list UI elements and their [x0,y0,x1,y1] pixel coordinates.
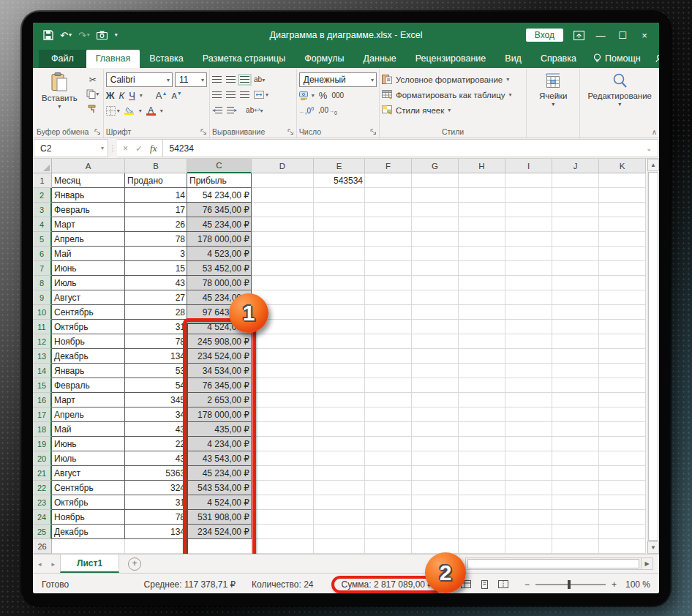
cell[interactable]: Июль [52,451,125,466]
column-header-G[interactable]: G [412,159,459,173]
row-header[interactable]: 25 [33,525,52,539]
cell[interactable] [459,495,505,510]
cell[interactable] [365,407,412,422]
cell[interactable] [412,510,459,525]
cell[interactable]: 435,00 ₽ [187,422,252,437]
cell[interactable]: 54 [125,378,187,393]
cell[interactable] [459,188,505,203]
cell[interactable]: Январь [52,364,125,378]
zoom-out-button[interactable]: − [524,579,530,590]
cell[interactable] [552,261,599,276]
cell[interactable] [125,539,187,554]
cell[interactable] [365,393,412,407]
cell[interactable] [412,539,459,554]
fill-color-button[interactable] [124,107,135,115]
cell[interactable] [365,378,412,393]
cell[interactable] [599,247,646,261]
cell[interactable]: Февраль [52,378,125,393]
cell[interactable] [412,188,459,203]
cell[interactable] [252,247,314,261]
cell[interactable] [412,378,459,393]
font-color-dropdown[interactable]: ▾ [160,108,163,114]
row-header[interactable]: 7 [33,261,52,276]
cell[interactable] [552,276,599,290]
cell[interactable] [552,393,599,407]
select-all-corner[interactable] [33,159,52,173]
row-header[interactable]: 11 [33,320,52,334]
cell[interactable] [505,437,552,451]
copy-icon[interactable]: ▾ [85,88,101,100]
cell[interactable]: 234 524,00 ₽ [187,349,252,364]
font-color-button[interactable]: А [146,106,156,116]
cell[interactable] [505,261,552,276]
cell[interactable] [599,539,646,554]
cell[interactable]: Январь [52,188,125,203]
cell[interactable] [314,334,365,349]
format-painter-icon[interactable] [85,102,101,115]
cell[interactable] [505,305,552,320]
cell[interactable]: 43 543,00 ₽ [187,451,252,466]
cell[interactable] [314,510,365,525]
cell[interactable] [365,539,412,554]
cell[interactable] [505,247,552,261]
cell[interactable] [599,466,646,481]
cell[interactable] [412,393,459,407]
cell[interactable]: 543 534,00 ₽ [187,481,252,495]
column-header-F[interactable]: F [365,159,412,173]
row-header[interactable]: 1 [33,173,52,188]
cell[interactable] [412,481,459,495]
wrap-text-button[interactable]: ab↩▾ [246,106,263,114]
cell[interactable]: 17 [125,203,187,217]
cell[interactable] [365,320,412,334]
align-middle-icon[interactable] [226,76,236,83]
cell[interactable] [314,407,365,422]
cell[interactable]: 53 [125,364,187,378]
clipboard-dialog-launcher[interactable] [94,129,101,135]
vertical-scroll-thumb[interactable] [648,172,658,541]
cell[interactable] [599,203,646,217]
cell[interactable] [459,305,505,320]
cell[interactable] [599,261,646,276]
cell[interactable]: Июль [52,276,125,290]
cell[interactable] [552,407,599,422]
cell[interactable] [552,349,599,364]
cell[interactable] [252,539,314,554]
underline-dropdown[interactable]: ▾ [140,92,143,99]
cell[interactable] [412,525,459,539]
cell[interactable] [552,173,599,188]
cell[interactable]: 27 [125,290,187,305]
cell[interactable] [412,232,459,247]
cell[interactable] [599,276,646,290]
cell[interactable] [365,217,412,232]
cell[interactable] [505,334,552,349]
cell[interactable] [365,481,412,495]
cell[interactable] [314,320,365,334]
cell[interactable] [459,276,505,290]
cell[interactable] [505,422,552,437]
cell[interactable] [599,320,646,334]
cell[interactable]: 234 524,00 ₽ [187,525,252,539]
cell[interactable] [599,188,646,203]
cell[interactable] [365,451,412,466]
cell[interactable] [314,217,365,232]
row-header[interactable]: 19 [33,437,52,451]
cell[interactable] [412,451,459,466]
cell[interactable] [365,247,412,261]
cell[interactable] [505,481,552,495]
conditional-formatting-button[interactable]: Условное форматирование▾ [382,72,512,86]
cell[interactable] [552,232,599,247]
cell[interactable] [314,466,365,481]
percent-style-button[interactable]: % [319,90,328,101]
cell[interactable] [552,203,599,217]
cell[interactable]: Сентябрь [52,481,125,495]
cell[interactable]: 245 908,00 ₽ [187,334,252,349]
cell[interactable] [252,466,314,481]
cell[interactable]: Апрель [52,232,125,247]
cell[interactable] [252,481,314,495]
cell[interactable] [314,539,365,554]
cell[interactable]: Апрель [52,407,125,422]
cell[interactable] [552,320,599,334]
cell[interactable] [552,451,599,466]
tab-home[interactable]: Главная [86,50,140,68]
cell-styles-button[interactable]: Стили ячеек▾ [382,103,512,117]
